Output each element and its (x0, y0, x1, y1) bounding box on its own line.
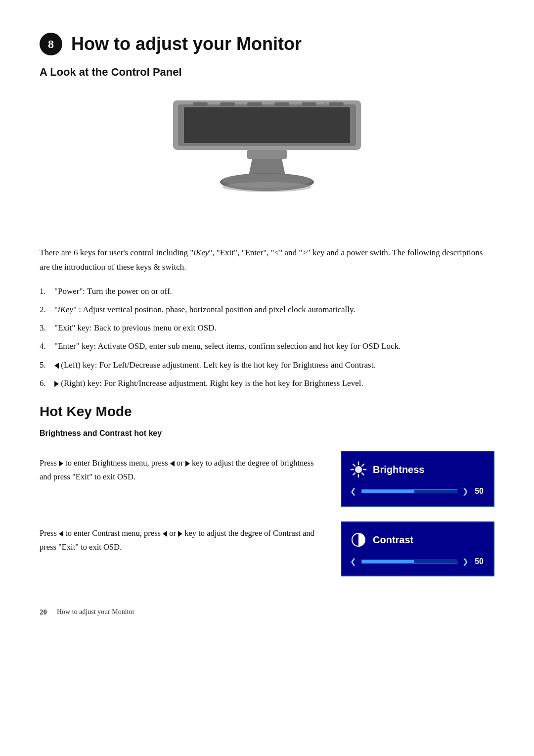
footer-page-number: 20 (40, 606, 47, 618)
svg-point-14 (222, 182, 312, 192)
osd-contrast-label: Contrast (373, 532, 413, 548)
page-header: 8 How to adjust your Monitor (40, 30, 494, 58)
osd-right-arrow: ❯ (462, 485, 469, 497)
osd-contrast-value: 50 (472, 555, 484, 568)
svg-rect-2 (184, 107, 350, 143)
page-footer: 20 How to adjust your Monitor (40, 606, 494, 618)
svg-rect-7 (302, 102, 316, 106)
section-title: A Look at the Control Panel (40, 63, 494, 81)
key-descriptions-list: 1. "Power": Turn the power on or off. 2.… (40, 284, 494, 390)
osd-contrast-slider-row: ❮ ❯ 50 (350, 555, 484, 568)
contrast-icon (350, 531, 367, 548)
contrast-osd-box: Contrast ❮ ❯ 50 (341, 521, 494, 577)
svg-line-23 (353, 473, 355, 475)
list-item: 3. "Exit" key: Back to previous menu or … (40, 321, 494, 334)
footer-text: How to adjust your Monitor (57, 607, 134, 617)
svg-line-22 (362, 465, 364, 467)
osd-brightness-fill (362, 490, 414, 493)
monitor-illustration (40, 95, 494, 228)
brightness-icon (350, 461, 367, 478)
svg-rect-9 (329, 102, 344, 106)
osd-brightness-track (361, 489, 457, 493)
list-item: 2. "iKey" : Adjust vertical position, ph… (40, 303, 494, 316)
svg-point-8 (324, 102, 327, 105)
svg-line-20 (353, 465, 355, 467)
list-item: 6. (Right) key: For Right/Increase adjus… (40, 377, 494, 390)
hot-key-mode-title: Hot Key Mode (40, 401, 494, 423)
svg-rect-10 (247, 150, 287, 159)
list-item: 4. "Enter" key: Activate OSD, enter sub … (40, 339, 494, 353)
osd-contrast-track (361, 560, 457, 564)
chapter-number: 8 (48, 35, 54, 53)
svg-rect-4 (220, 102, 235, 106)
osd-brightness-title-row: Brightness (350, 461, 484, 478)
monitor-svg (148, 95, 386, 224)
brightness-row: Press to enter Brightness menu, press or… (40, 451, 494, 507)
svg-rect-6 (274, 102, 289, 106)
brightness-osd-box: Brightness ❮ ❯ 50 (341, 451, 494, 507)
chapter-icon: 8 (40, 33, 62, 55)
page-title: How to adjust your Monitor (71, 30, 302, 58)
svg-rect-5 (247, 102, 262, 106)
svg-rect-3 (193, 102, 208, 106)
osd-left-arrow: ❮ (350, 485, 356, 497)
osd-contrast-fill (362, 560, 414, 563)
svg-line-21 (362, 473, 364, 475)
list-item: 5. (Left) key: For Left/Decrease adjustm… (40, 358, 494, 372)
contrast-row: Press to enter Contrast menu, press or k… (40, 521, 494, 577)
intro-paragraph: There are 6 keys for user's control incl… (40, 246, 494, 275)
ikey-text: iKey (193, 248, 209, 257)
osd-contrast-title-row: Contrast (350, 531, 484, 548)
contrast-description: Press to enter Contrast menu, press or k… (40, 521, 321, 554)
list-item: 1. "Power": Turn the power on or off. (40, 284, 494, 298)
osd-brightness-label: Brightness (373, 462, 424, 477)
osd-contrast-left-arrow: ❮ (350, 556, 356, 567)
osd-brightness-value: 50 (472, 485, 484, 498)
hot-key-subtitle: Brightness and Contrast hot key (40, 427, 494, 440)
brightness-description: Press to enter Brightness menu, press or… (40, 451, 321, 484)
svg-point-15 (355, 466, 362, 473)
osd-contrast-right-arrow: ❯ (462, 556, 469, 567)
osd-brightness-slider-row: ❮ ❯ 50 (350, 485, 484, 498)
